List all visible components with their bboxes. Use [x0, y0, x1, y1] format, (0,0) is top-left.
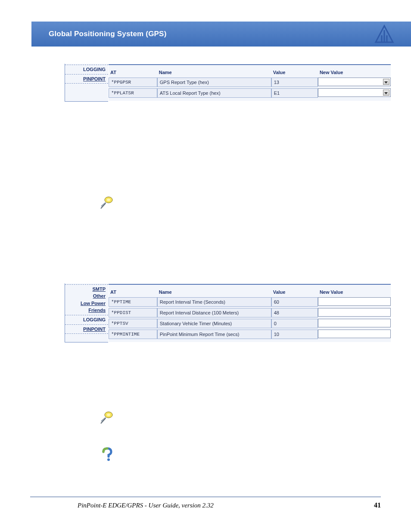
col-newvalue: New Value [318, 289, 391, 296]
at-command: *PPGPSR [109, 78, 157, 87]
at-command: *PPLATSR [109, 88, 157, 98]
figure-report-intervals: SMTPOtherLow PowerFriendsLOGGINGPINPOINT… [65, 283, 381, 343]
table-row: *PPMINTIMEPinPoint Minimum Report Time (… [109, 330, 391, 339]
new-value-input[interactable] [318, 297, 391, 306]
new-value-input[interactable] [318, 319, 391, 327]
col-at: AT [109, 70, 157, 76]
col-name: Name [157, 70, 271, 76]
note-pin-icon [99, 195, 121, 216]
new-value-input[interactable] [318, 308, 391, 317]
param-name: Report Interval Time (Seconds) [157, 297, 271, 307]
at-command: *PPDIST [109, 308, 157, 317]
svg-point-9 [107, 414, 110, 416]
table-row: *PPTSVStationary Vehicle Timer (Minutes)… [109, 319, 391, 328]
page-header: Global Positioning System (GPS) [0, 0, 411, 47]
note-pin-icon [99, 410, 121, 431]
svg-rect-6 [101, 202, 106, 207]
sidebar-item-logging: LOGGING [65, 316, 108, 324]
table-row: *PPGPSRGPS Report Type (hex)13 [109, 78, 391, 87]
at-command: *PPMINTIME [109, 330, 157, 339]
param-name: ATS Local Report Type (hex) [157, 88, 271, 98]
new-value-input[interactable] [318, 330, 391, 338]
param-value: 48 [271, 308, 318, 317]
param-value: 13 [271, 78, 318, 87]
col-newvalue: New Value [318, 70, 391, 76]
param-name: GPS Report Type (hex) [157, 78, 271, 87]
tip-question-icon [99, 447, 121, 468]
footer-page-number: 41 [374, 501, 381, 509]
table-row: *PPTIMEReport Interval Time (Seconds)60 [109, 297, 391, 307]
svg-rect-10 [101, 417, 106, 422]
table-row: *PPLATSRATS Local Report Type (hex)E1 [109, 88, 391, 98]
param-value: 60 [271, 297, 318, 307]
sidebar-item-friends[interactable]: Friends [65, 307, 108, 314]
new-value-dropdown[interactable] [318, 88, 391, 97]
col-value: Value [271, 289, 318, 296]
figure-report-type: LOGGINGPINPOINT AT Name Value New Value [65, 64, 381, 102]
new-value-dropdown[interactable] [318, 78, 391, 86]
header-bar: Global Positioning System (GPS) [31, 22, 411, 47]
sidebar-item-pinpoint[interactable]: PINPOINT [65, 326, 108, 333]
param-name: Report Interval Distance (100 Meters) [157, 308, 271, 317]
sidebar-item-logging: LOGGING [65, 66, 108, 73]
brand-logo [374, 24, 395, 45]
param-value: E1 [271, 88, 318, 98]
svg-point-12 [107, 458, 110, 461]
figure2-sidebar: SMTPOtherLow PowerFriendsLOGGINGPINPOINT [65, 283, 109, 342]
sidebar-item-low-power[interactable]: Low Power [65, 300, 108, 307]
page-title: Global Positioning System (GPS) [49, 30, 167, 38]
footer-doc-title: PinPoint-E EDGE/GPRS - User Guide, versi… [78, 502, 214, 509]
sidebar-item-pinpoint[interactable]: PINPOINT [65, 75, 108, 83]
svg-point-5 [107, 199, 110, 201]
param-value: 0 [271, 319, 318, 328]
table-row: *PPDISTReport Interval Distance (100 Met… [109, 308, 391, 317]
figure1-sidebar: LOGGINGPINPOINT [65, 64, 109, 101]
sidebar-item-other[interactable]: Other [65, 292, 108, 300]
param-name: Stationary Vehicle Timer (Minutes) [157, 319, 271, 328]
col-name: Name [157, 289, 271, 296]
sidebar-item-smtp[interactable]: SMTP [65, 286, 108, 293]
col-at: AT [109, 289, 157, 296]
at-command: *PPTIME [109, 297, 157, 307]
at-command: *PPTSV [109, 319, 157, 328]
param-value: 10 [271, 330, 318, 339]
col-value: Value [271, 70, 318, 76]
param-name: PinPoint Minimum Report Time (secs) [157, 330, 271, 339]
page-footer: PinPoint-E EDGE/GPRS - User Guide, versi… [30, 497, 381, 522]
